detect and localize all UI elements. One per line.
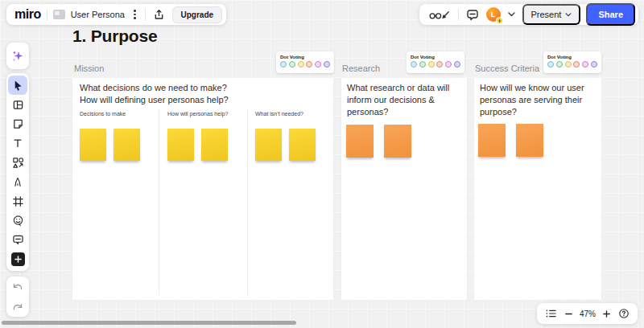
- comments-icon[interactable]: [464, 7, 481, 23]
- help-icon[interactable]: [617, 306, 631, 321]
- column-label-not-needed[interactable]: What isn’t needed?: [255, 111, 303, 117]
- main-toolbar: [6, 73, 29, 271]
- frame-mission[interactable]: What decisions do we need to make? How w…: [72, 78, 333, 300]
- divider: [458, 9, 459, 21]
- select-tool-icon[interactable]: [8, 76, 27, 95]
- frame-label-research[interactable]: Research: [342, 64, 380, 73]
- shapes-connectors-icon[interactable]: [8, 153, 27, 172]
- vote-dot[interactable]: [280, 61, 287, 68]
- reactions-icon[interactable]: [427, 6, 452, 23]
- ai-sparkle-icon[interactable]: [8, 47, 27, 66]
- board-title[interactable]: User Persona: [71, 10, 125, 19]
- comment-tool-icon[interactable]: [8, 230, 27, 249]
- vote-dot[interactable]: [306, 61, 312, 68]
- export-icon[interactable]: [151, 7, 167, 23]
- voting-dots: [280, 61, 330, 68]
- vote-dot[interactable]: [591, 61, 597, 68]
- vote-dot[interactable]: [582, 61, 588, 68]
- zoom-level[interactable]: 47%: [580, 310, 596, 318]
- frame-tool-icon[interactable]: [8, 191, 27, 211]
- sticky-note[interactable]: [346, 125, 374, 158]
- undo-icon[interactable]: [8, 277, 27, 297]
- dot-voting-label: Dot Voting: [411, 55, 460, 59]
- share-button[interactable]: Share: [586, 3, 635, 26]
- column-label-personas-help[interactable]: How will personas help?: [167, 111, 228, 117]
- dot-voting-label: Dot Voting: [547, 55, 597, 59]
- avatar[interactable]: L: [486, 7, 501, 22]
- sticky-note[interactable]: [384, 125, 411, 158]
- vote-dot[interactable]: [556, 61, 563, 68]
- zoom-out-icon[interactable]: [563, 308, 575, 320]
- sticky-note-icon[interactable]: [8, 114, 27, 133]
- chevron-down-icon: [565, 13, 572, 17]
- vote-dot[interactable]: [315, 61, 321, 68]
- sticky-note[interactable]: [516, 124, 543, 157]
- vote-dot[interactable]: [298, 61, 304, 68]
- emoji-stickers-icon[interactable]: [8, 211, 27, 230]
- sticky-note[interactable]: [201, 129, 228, 161]
- zoom-in-icon[interactable]: [601, 308, 613, 320]
- vote-dot[interactable]: [573, 61, 580, 68]
- voting-dots: [411, 61, 460, 68]
- sticky-note[interactable]: [167, 129, 194, 161]
- research-intro-text[interactable]: What research or data will inform our de…: [347, 82, 449, 118]
- vote-dot[interactable]: [565, 61, 572, 68]
- lightning-badge-icon: [496, 17, 503, 24]
- sticky-note[interactable]: [478, 124, 506, 157]
- sticky-note[interactable]: [80, 129, 106, 161]
- horizontal-scrollbar[interactable]: [2, 321, 296, 325]
- vote-dot[interactable]: [454, 61, 460, 68]
- dot-voting-widget[interactable]: Dot Voting: [407, 51, 464, 73]
- frame-label-success-criteria[interactable]: Success Criteria: [475, 64, 539, 73]
- page-title[interactable]: 1. Purpose: [72, 27, 157, 46]
- more-apps-icon[interactable]: [8, 249, 27, 269]
- frame-research[interactable]: What research or data will inform our de…: [341, 78, 467, 300]
- present-button[interactable]: Present: [522, 4, 581, 25]
- vote-dot[interactable]: [289, 61, 295, 68]
- vote-dot[interactable]: [428, 61, 435, 68]
- column-divider: [159, 109, 159, 295]
- mission-intro-text[interactable]: What decisions do we need to make? How w…: [80, 82, 229, 106]
- sticky-note[interactable]: [114, 129, 140, 161]
- voting-dots: [547, 61, 597, 68]
- board-thumbnail-icon: [53, 10, 65, 19]
- redo-icon[interactable]: [8, 297, 27, 316]
- dot-voting-label: Dot Voting: [280, 55, 330, 59]
- history-toolbar: [6, 277, 29, 317]
- chevron-down-icon[interactable]: [506, 10, 517, 18]
- templates-icon[interactable]: [8, 95, 27, 114]
- frame-success-criteria[interactable]: How will we know our user personas are s…: [474, 78, 601, 300]
- pen-tool-icon[interactable]: [8, 172, 27, 191]
- miro-app: 1. Purpose Mission Research Success Crit…: [0, 0, 644, 328]
- vote-dot[interactable]: [547, 61, 554, 68]
- vote-dot[interactable]: [436, 61, 443, 68]
- zoom-controls: 47%: [537, 303, 638, 324]
- frame-label-mission[interactable]: Mission: [74, 64, 104, 73]
- app-header-left: miro User Persona Upgrade: [6, 4, 226, 25]
- vote-dot[interactable]: [419, 61, 426, 68]
- kebab-menu-icon[interactable]: [130, 7, 139, 22]
- dot-voting-widget[interactable]: Dot Voting: [543, 51, 601, 73]
- sticky-note[interactable]: [255, 129, 282, 161]
- success-intro-text[interactable]: How will we know our user personas are s…: [480, 82, 584, 118]
- miro-logo[interactable]: miro: [14, 7, 41, 22]
- app-header-right: L Present Share: [419, 4, 639, 25]
- vote-dot[interactable]: [411, 61, 417, 68]
- column-label-decisions[interactable]: Decisions to make: [80, 111, 126, 117]
- column-divider: [247, 109, 248, 295]
- divider: [47, 9, 47, 21]
- avatar-initial: L: [491, 10, 496, 18]
- vote-dot[interactable]: [324, 61, 330, 68]
- sticky-note[interactable]: [289, 129, 316, 161]
- divider: [145, 9, 146, 21]
- upgrade-button[interactable]: Upgrade: [172, 6, 223, 23]
- ai-toolbar: [6, 43, 29, 69]
- text-tool-icon[interactable]: [8, 133, 27, 153]
- dot-voting-widget[interactable]: Dot Voting: [276, 51, 334, 73]
- vote-dot[interactable]: [445, 61, 452, 68]
- frames-list-icon[interactable]: [543, 307, 559, 320]
